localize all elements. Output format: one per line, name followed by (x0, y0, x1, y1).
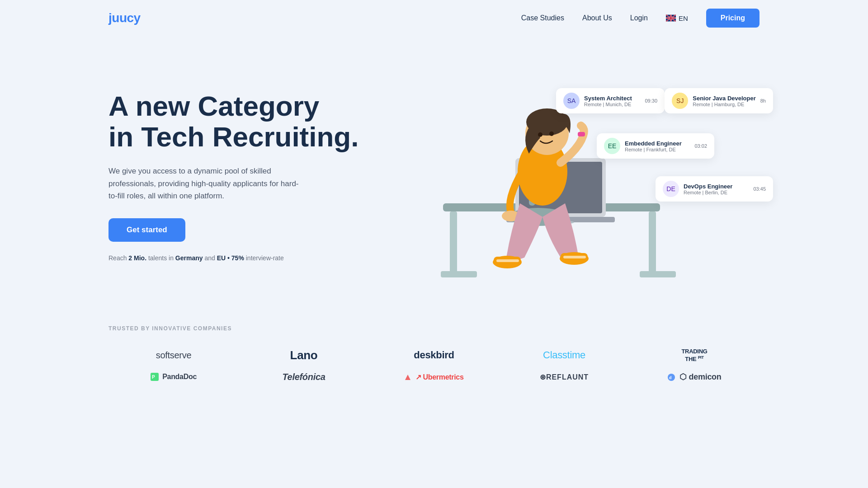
svg-rect-3 (649, 211, 656, 275)
nav-about-us[interactable]: About Us (582, 14, 612, 22)
job-card-4-avatar: DE (663, 181, 679, 197)
logo-classtime: Classtime (499, 349, 629, 361)
lang-selector[interactable]: EN (666, 14, 688, 22)
svg-rect-4 (441, 271, 477, 277)
job-card-1: SA System Architect Remote | Munich, DE … (556, 88, 665, 113)
pandadoc-logo: P PandaDoc (151, 373, 197, 381)
trading-pit-logo: TRADINGTHE PIT (681, 348, 707, 363)
job-card-3-info: Embedded Engineer Remote | Frankfurt, DE (625, 140, 690, 152)
classtime-logo: Classtime (543, 349, 585, 361)
logo-softserve: softserve (108, 350, 239, 361)
svg-rect-23 (563, 256, 586, 258)
logo-telefonica: Telefónica (239, 372, 369, 382)
svg-point-15 (538, 132, 542, 137)
logo-reflaunt: ⊛REFLAUNT (499, 373, 629, 381)
nav-links: Case Studies About Us Login EN Pricing (521, 9, 760, 28)
job-card-2-avatar: SJ (672, 93, 688, 109)
logo-lano: Lano (239, 348, 369, 362)
job-card-3: EE Embedded Engineer Remote | Frankfurt,… (597, 133, 714, 159)
trusted-section: TRUSTED BY INNOVATIVE COMPANIES softserv… (0, 307, 868, 418)
svg-marker-27 (405, 375, 410, 380)
hero-section: A new Category in Tech Recruiting. We gi… (0, 36, 868, 307)
lano-logo: Lano (290, 348, 318, 362)
svg-rect-5 (640, 271, 676, 277)
uk-flag-icon (666, 14, 676, 22)
job-card-2: SJ Senior Java Developer Remote | Hambur… (665, 88, 773, 113)
svg-text:P: P (152, 375, 155, 380)
logo-trading-the-pit: TRADINGTHE PIT (629, 348, 760, 363)
trusted-logos-row2: P PandaDoc Telefónica ↗ Ubermetrics ⊛REF… (108, 372, 760, 382)
nav-login[interactable]: Login (630, 14, 648, 22)
svg-rect-24 (578, 132, 585, 136)
job-card-2-info: Senior Java Developer Remote | Hamburg, … (693, 95, 755, 107)
job-card-4-time: 03:45 (753, 186, 766, 192)
hero-description: We give you access to a dynamic pool of … (108, 165, 307, 202)
job-card-4-location: Remote | Berlin, DE (684, 190, 749, 195)
logo-ubermetrics: ↗ Ubermetrics (369, 373, 499, 381)
demicon-logo: d ⬡ demicon (667, 372, 721, 382)
job-card-4-title: DevOps Engineer (684, 183, 749, 190)
ubermetrics-logo: ↗ Ubermetrics (404, 373, 463, 381)
job-card-2-time: 8h (760, 98, 766, 103)
nav-case-studies[interactable]: Case Studies (521, 14, 564, 22)
pricing-button[interactable]: Pricing (706, 9, 760, 28)
softserve-logo: softserve (156, 350, 191, 361)
job-card-2-title: Senior Java Developer (693, 95, 755, 102)
job-card-3-location: Remote | Frankfurt, DE (625, 147, 690, 152)
trusted-logos-row1: softserve Lano deskbird Classtime TRADIN… (108, 348, 760, 363)
hero-title: A new Category in Tech Recruiting. (108, 91, 380, 152)
job-card-1-info: System Architect Remote | Munich, DE (584, 95, 640, 107)
job-card-1-avatar: SA (563, 93, 580, 109)
logo-text: uucy (112, 11, 140, 25)
svg-point-16 (549, 131, 554, 136)
svg-rect-20 (496, 259, 519, 262)
hero-content: A new Category in Tech Recruiting. We gi… (108, 91, 380, 262)
job-card-1-title: System Architect (584, 95, 640, 102)
job-card-3-time: 03:02 (694, 143, 707, 149)
job-card-3-title: Embedded Engineer (625, 140, 690, 147)
svg-text:d: d (669, 375, 671, 380)
pandadoc-icon: P (151, 373, 159, 381)
job-card-1-location: Remote | Munich, DE (584, 102, 640, 107)
job-card-2-location: Remote | Hamburg, DE (693, 102, 755, 107)
logo-pandadoc: P PandaDoc (108, 373, 239, 381)
job-card-3-avatar: EE (604, 138, 620, 154)
hero-tagline: Reach 2 Mio. talents in Germany and EU •… (108, 254, 380, 262)
demicon-icon: d (667, 373, 675, 381)
job-card-4-info: DevOps Engineer Remote | Berlin, DE (684, 183, 749, 195)
navbar: juucy Case Studies About Us Login EN Pri… (0, 0, 868, 36)
job-card-1-time: 09:30 (645, 98, 657, 103)
logo[interactable]: juucy (108, 11, 141, 25)
logo-deskbird: deskbird (369, 349, 499, 361)
get-started-button[interactable]: Get started (108, 218, 185, 242)
lang-code: EN (679, 14, 688, 22)
logo-demicon: d ⬡ demicon (629, 372, 760, 382)
ubermetrics-icon (404, 374, 411, 381)
reflaunt-logo: ⊛REFLAUNT (540, 373, 589, 381)
deskbird-logo: deskbird (414, 349, 454, 361)
telefonica-logo: Telefónica (282, 372, 325, 382)
job-card-4: DE DevOps Engineer Remote | Berlin, DE 0… (656, 176, 773, 202)
hero-illustration: SA System Architect Remote | Munich, DE … (380, 63, 760, 289)
trusted-label: TRUSTED BY INNOVATIVE COMPANIES (108, 325, 760, 332)
svg-rect-2 (450, 211, 457, 275)
